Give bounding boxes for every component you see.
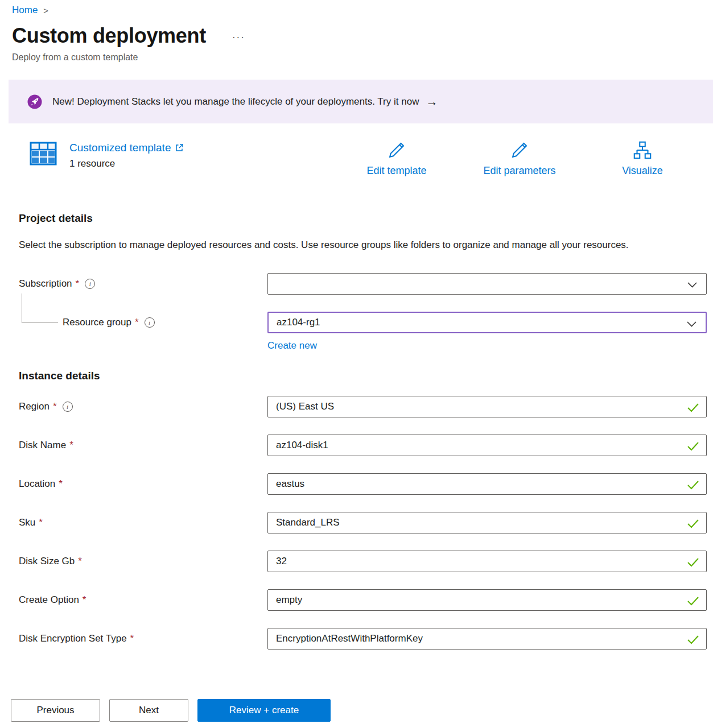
create-option-row: Create Option * empty bbox=[19, 589, 713, 611]
required-marker: * bbox=[130, 633, 134, 644]
location-label: Location bbox=[19, 478, 55, 490]
pencil-icon bbox=[386, 139, 407, 161]
required-marker: * bbox=[39, 517, 43, 528]
region-label-cell: Region * i bbox=[19, 401, 267, 412]
create-option-label: Create Option bbox=[19, 594, 79, 606]
try-it-now-arrow-icon[interactable]: → bbox=[426, 95, 438, 109]
breadcrumb-home-link[interactable]: Home bbox=[12, 5, 38, 16]
valid-check-icon bbox=[687, 480, 699, 490]
required-marker: * bbox=[83, 594, 86, 606]
customized-template-label: Customized template bbox=[69, 142, 171, 154]
resource-group-label: Resource group bbox=[63, 317, 131, 328]
org-chart-icon bbox=[632, 139, 653, 161]
required-marker: * bbox=[59, 478, 63, 490]
valid-check-icon bbox=[687, 519, 699, 528]
required-marker: * bbox=[53, 401, 57, 412]
sku-input[interactable]: Standard_LRS bbox=[267, 512, 707, 533]
chevron-down-icon bbox=[687, 321, 696, 327]
banner-message: New! Deployment Stacks let you manage th… bbox=[52, 96, 419, 107]
info-icon[interactable]: i bbox=[63, 402, 73, 412]
create-option-field-cell: empty bbox=[267, 589, 707, 611]
chevron-down-icon bbox=[687, 282, 697, 288]
disk-encryption-set-type-row: Disk Encryption Set Type * EncryptionAtR… bbox=[19, 628, 713, 650]
rocket-icon bbox=[27, 94, 42, 109]
custom-deployment-page: Home > Custom deployment ··· Deploy from… bbox=[0, 5, 713, 728]
disk-size-gb-label-cell: Disk Size Gb * bbox=[19, 556, 267, 567]
page-title: Custom deployment bbox=[12, 24, 206, 48]
sku-field-cell: Standard_LRS bbox=[267, 512, 707, 533]
edit-parameters-button[interactable]: Edit parameters bbox=[474, 139, 565, 177]
sku-value: Standard_LRS bbox=[276, 517, 340, 528]
previous-button[interactable]: Previous bbox=[11, 699, 100, 722]
project-details-description: Select the subscription to manage deploy… bbox=[19, 236, 673, 254]
template-row: Customized template 1 resource Edit temp… bbox=[0, 139, 713, 194]
disk-name-label: Disk Name bbox=[19, 440, 66, 451]
region-input[interactable]: (US) East US bbox=[267, 396, 707, 417]
disk-name-input[interactable]: az104-disk1 bbox=[267, 435, 707, 456]
info-icon[interactable]: i bbox=[145, 317, 155, 328]
edit-template-button[interactable]: Edit template bbox=[351, 139, 442, 177]
region-label: Region bbox=[19, 401, 50, 412]
review-create-button[interactable]: Review + create bbox=[197, 699, 331, 722]
disk-size-gb-value: 32 bbox=[276, 556, 287, 567]
page-subtitle: Deploy from a custom template bbox=[12, 52, 713, 63]
create-new-row: Create new bbox=[267, 340, 713, 351]
disk-encryption-set-type-value: EncryptionAtRestWithPlatformKey bbox=[276, 633, 423, 644]
resource-count: 1 resource bbox=[69, 158, 184, 169]
template-actions: Edit template Edit parameters Visualize bbox=[351, 139, 688, 177]
disk-encryption-set-type-field-cell: EncryptionAtRestWithPlatformKey bbox=[267, 628, 707, 650]
template-icon bbox=[30, 142, 57, 169]
disk-encryption-set-type-label: Disk Encryption Set Type bbox=[19, 633, 127, 644]
create-option-value: empty bbox=[276, 594, 302, 606]
valid-check-icon bbox=[687, 596, 699, 606]
disk-size-gb-input[interactable]: 32 bbox=[267, 551, 707, 572]
valid-check-icon bbox=[687, 441, 699, 451]
edit-template-label: Edit template bbox=[366, 165, 426, 177]
visualize-button[interactable]: Visualize bbox=[597, 139, 688, 177]
title-row: Custom deployment ··· bbox=[12, 24, 713, 48]
instance-details-heading: Instance details bbox=[19, 370, 713, 382]
location-label-cell: Location * bbox=[19, 478, 267, 490]
info-icon[interactable]: i bbox=[85, 279, 95, 289]
subscription-row: Subscription * i bbox=[19, 273, 713, 295]
create-option-input[interactable]: empty bbox=[267, 589, 707, 611]
next-button[interactable]: Next bbox=[109, 699, 188, 722]
disk-size-gb-row: Disk Size Gb * 32 bbox=[19, 551, 713, 572]
location-row: Location * eastus bbox=[19, 473, 713, 495]
customized-template-link[interactable]: Customized template bbox=[69, 142, 184, 154]
resource-group-value: az104-rg1 bbox=[277, 317, 320, 328]
breadcrumb: Home > bbox=[12, 5, 713, 16]
required-marker: * bbox=[78, 556, 82, 567]
disk-name-row: Disk Name * az104-disk1 bbox=[19, 435, 713, 456]
required-marker: * bbox=[76, 278, 80, 289]
required-marker: * bbox=[69, 440, 73, 451]
disk-encryption-set-type-input[interactable]: EncryptionAtRestWithPlatformKey bbox=[267, 628, 707, 650]
resource-group-row: Resource group * i az104-rg1 bbox=[19, 312, 713, 333]
disk-name-value: az104-disk1 bbox=[276, 440, 328, 451]
template-card: Customized template 1 resource bbox=[30, 142, 184, 169]
resource-group-dropdown[interactable]: az104-rg1 bbox=[267, 312, 707, 333]
more-options-button[interactable]: ··· bbox=[232, 32, 245, 43]
region-value: (US) East US bbox=[276, 401, 334, 412]
project-details-heading: Project details bbox=[19, 212, 713, 225]
template-info: Customized template 1 resource bbox=[69, 142, 184, 169]
sku-row: Sku * Standard_LRS bbox=[19, 512, 713, 533]
footer-action-bar: Previous Next Review + create bbox=[0, 689, 713, 728]
deployment-stacks-banner[interactable]: New! Deployment Stacks let you manage th… bbox=[9, 80, 713, 123]
edit-parameters-label: Edit parameters bbox=[483, 165, 555, 177]
required-marker: * bbox=[135, 317, 139, 328]
region-field-cell: (US) East US bbox=[267, 396, 707, 417]
disk-encryption-set-type-label-cell: Disk Encryption Set Type * bbox=[19, 633, 267, 644]
subscription-label: Subscription bbox=[19, 278, 72, 289]
sku-label: Sku bbox=[19, 517, 35, 528]
valid-check-icon bbox=[687, 635, 699, 644]
subscription-field-cell bbox=[267, 273, 707, 295]
breadcrumb-chevron-icon: > bbox=[43, 6, 48, 15]
region-row: Region * i (US) East US bbox=[19, 396, 713, 417]
location-input[interactable]: eastus bbox=[267, 473, 707, 495]
disk-size-gb-field-cell: 32 bbox=[267, 551, 707, 572]
subscription-dropdown[interactable] bbox=[267, 273, 707, 295]
valid-check-icon bbox=[687, 403, 699, 412]
create-new-link[interactable]: Create new bbox=[267, 340, 317, 351]
create-option-label-cell: Create Option * bbox=[19, 594, 267, 606]
